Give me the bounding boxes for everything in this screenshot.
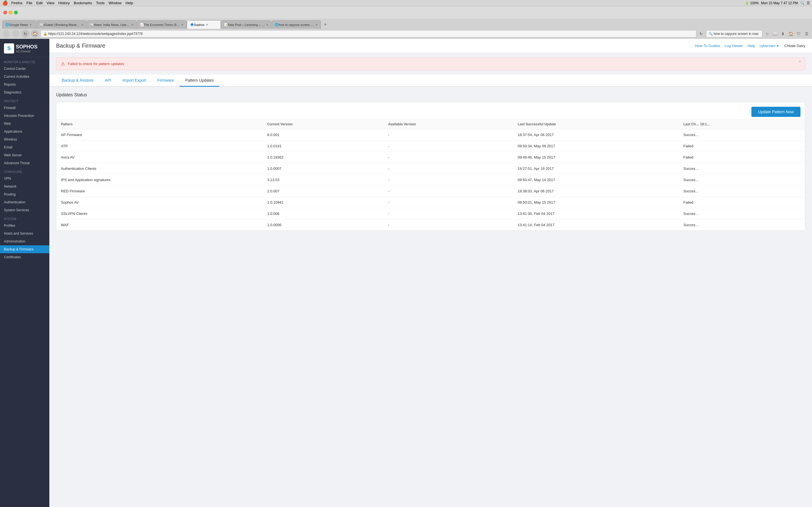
spotlight-icon[interactable]: 🔍 (800, 1, 804, 5)
cell-status: Succes… (679, 163, 805, 174)
tab-close-button[interactable]: × (315, 22, 318, 27)
tab-api[interactable]: API (99, 75, 117, 87)
cell-pattern: SSLVPN Clients (56, 208, 263, 219)
tab-backup-restore[interactable]: Backup & Restore (56, 75, 99, 87)
star-icon[interactable]: ☆ (764, 31, 770, 37)
sidebar-label: Certificates (4, 255, 21, 259)
forward-button[interactable]: › (12, 30, 20, 38)
tab-news[interactable]: 📰 News: India News, Late… × (87, 20, 137, 29)
reload-button[interactable]: ↻ (21, 30, 29, 38)
sidebar-item-routing[interactable]: Routing (0, 190, 49, 198)
sidebar-item-backup-firmware[interactable]: Backup & Firmware (0, 245, 49, 253)
menu-help[interactable]: Help (125, 1, 133, 5)
tab-close-button[interactable]: × (30, 22, 32, 27)
sidebar-item-applications[interactable]: Applications (0, 128, 49, 135)
apple-menu[interactable]: 🍎 (2, 0, 8, 6)
tab-close-button[interactable]: × (81, 22, 84, 27)
sidebar-item-administration[interactable]: Administration (0, 237, 49, 245)
tab-close-button[interactable]: × (206, 22, 208, 27)
sidebar-item-certificates[interactable]: Certificates (0, 253, 49, 261)
menu-edit[interactable]: Edit (36, 1, 43, 5)
sidebar-item-profiles[interactable]: Profiles (0, 222, 49, 230)
table-row: AP Firmware 8.0.001 - 18:37:54, Apr 06 2… (56, 129, 805, 140)
sidebar-item-current-activities[interactable]: Current Activities (0, 73, 49, 80)
home-toolbar-icon[interactable]: 🏠 (788, 31, 794, 37)
tab-icon: 📰 (40, 23, 43, 26)
sidebar-item-system-services[interactable]: System Services (0, 206, 49, 214)
table-row: SSLVPN Clients 1.0.006 - 13:41:30, Feb 0… (56, 208, 805, 219)
sidebar-item-network[interactable]: Network (0, 182, 49, 190)
shield-icon[interactable]: 🛡 (796, 31, 802, 37)
minimize-window-button[interactable] (9, 11, 12, 14)
sidebar-item-web-server[interactable]: Web Server (0, 151, 49, 159)
cell-current-version: 8.0.001 (263, 129, 384, 140)
sidebar-item-control-center[interactable]: Control Center (0, 65, 49, 73)
sidebar-item-authentication[interactable]: Authentication (0, 198, 49, 206)
tab-close-button[interactable]: × (131, 22, 133, 27)
url-bar[interactable]: 🔒 https://121.243.24.124/webconsole/webp… (41, 30, 696, 38)
sidebar-item-web[interactable]: Web (0, 120, 49, 128)
tab-close-button[interactable]: × (266, 22, 268, 27)
menu-icon[interactable]: ☰ (804, 31, 810, 37)
cell-current-version: 1.0.006 (263, 208, 384, 219)
tab-import-export[interactable]: Import Export (117, 75, 152, 87)
reading-list-icon[interactable]: 📖 (772, 31, 778, 37)
tab-pattern-updates[interactable]: Pattern Updates (180, 75, 219, 87)
cyberoam-dropdown[interactable]: cyberoam ▾ (760, 44, 779, 48)
search-bar[interactable]: 🔍 how to capyure screen in mac (706, 30, 762, 38)
table-row: Authentication Clients 1.0.0007 - 19:27:… (56, 163, 805, 174)
sidebar-item-vpn[interactable]: VPN (0, 175, 49, 182)
menu-bookmarks[interactable]: Bookmarks (74, 1, 92, 5)
cell-status: Failed (679, 140, 805, 152)
tab-label: New Post – Licensing – … (228, 23, 264, 26)
topbar-right: 🔋 100% Mon 15 May 7 47 12 PM 🔍 ☰ (745, 1, 810, 5)
fullscreen-window-button[interactable] (14, 11, 18, 14)
sidebar-item-email[interactable]: Email (0, 144, 49, 151)
error-banner-close-button[interactable]: ⌃ (798, 60, 802, 65)
tab-new-post[interactable]: 📝 New Post – Licensing – … × (221, 20, 271, 29)
tab-sophos[interactable]: 🔷 Sophos × (187, 20, 221, 29)
sidebar-item-hosts-services[interactable]: Hosts and Services (0, 230, 49, 237)
download-icon[interactable]: ⬇ (780, 31, 786, 37)
tab-icon: 🌐 (5, 23, 9, 26)
tab-label: Sophos (194, 23, 204, 26)
tab-economic-times[interactable]: 📈 The Economic Times: B… × (137, 20, 187, 29)
close-window-button[interactable] (3, 11, 7, 14)
menu-history[interactable]: History (58, 1, 70, 5)
home-button[interactable]: 🏠 (31, 30, 39, 38)
menu-tools[interactable]: Tools (96, 1, 105, 5)
tab-icon: 📝 (224, 23, 228, 26)
sidebar-label: Current Activities (4, 75, 29, 78)
how-to-guides-link[interactable]: How-To Guides (695, 44, 720, 48)
error-icon: ⚠ (61, 61, 65, 66)
menu-view[interactable]: View (47, 1, 54, 5)
menu-window[interactable]: Window (109, 1, 121, 5)
tab-firmware[interactable]: Firmware (152, 75, 179, 87)
tab-close-button[interactable]: × (181, 22, 184, 27)
reload-icon[interactable]: ↻ (698, 31, 704, 37)
notification-icon[interactable]: ☰ (807, 1, 810, 5)
sidebar-item-diagnostics[interactable]: Diagnostics (0, 89, 49, 96)
tab-label: how to capyure screen … (278, 23, 314, 26)
mac-topbar: 🍎 Firefox File Edit View History Bookmar… (0, 0, 812, 6)
cell-last-update: 09:50:01, May 15 2017 (513, 197, 679, 208)
back-button[interactable]: ‹ (2, 30, 10, 38)
menu-file[interactable]: File (27, 1, 33, 5)
sidebar-item-firewall[interactable]: Firewall (0, 104, 49, 112)
sidebar-item-intrusion-prevention[interactable]: Intrusion Prevention (0, 112, 49, 120)
help-link[interactable]: Help (748, 44, 755, 48)
tab-google-news[interactable]: 🌐 Google News × (2, 20, 36, 29)
new-tab-button[interactable]: + (321, 20, 329, 29)
tab-icon: 🌐 (274, 23, 278, 26)
content-tabs: Backup & Restore API Import Export Firmw… (49, 75, 812, 87)
error-message: Failed to check for pattern updates (68, 62, 124, 66)
cell-status: Failed (679, 197, 805, 208)
tab-how-to[interactable]: 🌐 how to capyure screen … × (271, 20, 320, 29)
sidebar-item-advanced-threat[interactable]: Advanced Threat (0, 159, 49, 167)
sidebar-item-wireless[interactable]: Wireless (0, 135, 49, 144)
tab-esakal[interactable]: 📰 eSakal | Breaking Marat… × (36, 20, 87, 29)
menu-firefox[interactable]: Firefox (11, 1, 22, 5)
sidebar-item-reports[interactable]: Reports (0, 80, 49, 89)
update-pattern-now-button[interactable]: Update Pattern Now (751, 107, 801, 117)
log-viewer-link[interactable]: Log Viewer (725, 44, 743, 48)
